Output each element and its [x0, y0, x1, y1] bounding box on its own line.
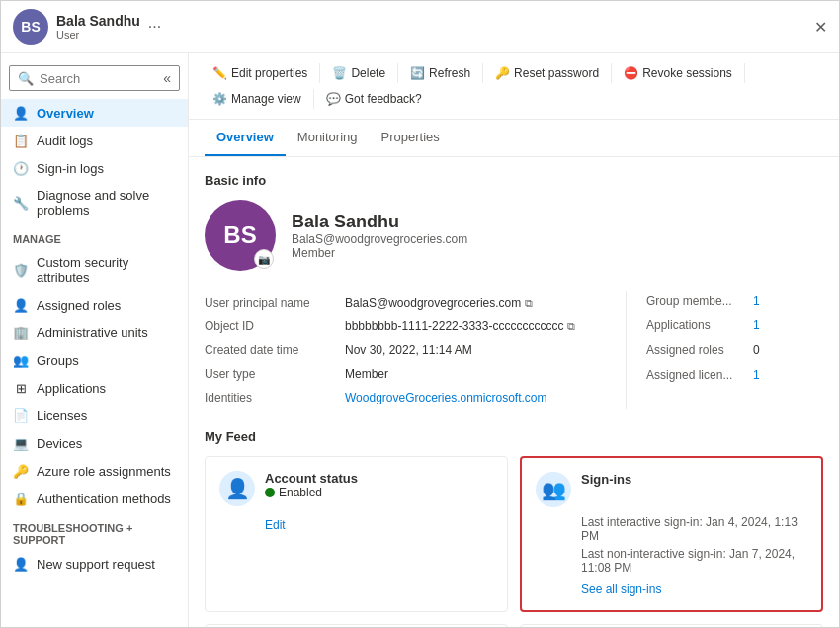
assigned-roles-icon: 👤 [13, 297, 29, 313]
assigned-licenses-stat-value[interactable]: 1 [753, 368, 760, 382]
title-avatar: BS [13, 9, 48, 45]
toolbar-divider-2 [397, 63, 398, 83]
groups-icon: 👥 [13, 352, 29, 368]
b2b-invitation-card: 👤 B2B invitation Convert to external use… [205, 624, 508, 627]
content-body: Basic info BS 📷 Bala Sandhu BalaS@woodgr… [189, 157, 839, 627]
sidebar-item-applications[interactable]: ⊞ Applications [1, 374, 188, 402]
sidebar: 🔍 « 👤 Overview 📋 Audit logs 🕐 Sign-in lo… [1, 53, 189, 627]
created-date-row: Created date time Nov 30, 2022, 11:14 AM [205, 338, 610, 362]
assigned-licenses-stat-label: Assigned licen... [646, 368, 745, 382]
collapse-button[interactable]: « [163, 70, 171, 86]
reset-password-button[interactable]: 🔑 Reset password [487, 61, 607, 85]
refresh-button[interactable]: 🔄 Refresh [402, 61, 478, 85]
identities-value[interactable]: WoodgroveGroceries.onmicrosoft.com [345, 391, 547, 404]
stat-row-assigned-licenses: Assigned licen... 1 [646, 365, 823, 385]
mfa-status-card: 👤 MFA status Capable with 5 authenticati… [520, 624, 823, 627]
feedback-button[interactable]: 💬 Got feedback? [318, 87, 430, 111]
object-id-value: bbbbbbbb-1111-2222-3333-cccccccccccc ⧉ [345, 319, 575, 333]
identities-label: Identities [205, 391, 333, 404]
sidebar-item-auth-methods[interactable]: 🔒 Authentication methods [1, 485, 188, 512]
devices-icon: 💻 [13, 435, 29, 451]
user-type-value: Member [345, 367, 388, 381]
created-date-value: Nov 30, 2022, 11:14 AM [345, 343, 472, 357]
sign-in-logs-icon: 🕐 [13, 160, 29, 176]
overview-icon: 👤 [13, 105, 29, 121]
sidebar-item-assigned-roles[interactable]: 👤 Assigned roles [1, 291, 188, 318]
toolbar: ✏️ Edit properties 🗑️ Delete 🔄 Refresh 🔑… [189, 53, 839, 120]
manage-section-label: Manage [1, 224, 188, 249]
toolbar-divider-5 [744, 63, 745, 83]
sidebar-item-azure-role[interactable]: 🔑 Azure role assignments [1, 457, 188, 485]
search-box[interactable]: 🔍 « [9, 65, 180, 91]
toolbar-divider-1 [319, 63, 320, 83]
info-fields: User principal name BalaS@woodgrovegroce… [205, 291, 610, 409]
applications-stat-label: Applications [646, 318, 745, 332]
group-members-label: Group membe... [646, 294, 745, 308]
profile-name: Bala Sandhu [292, 212, 467, 232]
user-type-row: User type Member [205, 362, 610, 386]
sidebar-item-audit-logs[interactable]: 📋 Audit logs [1, 127, 188, 154]
basic-info-label: Basic info [205, 173, 823, 188]
assigned-roles-stat-value[interactable]: 0 [753, 343, 760, 357]
search-icon: 🔍 [18, 71, 34, 86]
stat-row-assigned-roles: Assigned roles 0 [646, 340, 823, 360]
sidebar-item-custom-security[interactable]: 🛡️ Custom security attributes [1, 249, 188, 291]
delete-button[interactable]: 🗑️ Delete [324, 61, 393, 85]
upn-copy-button[interactable]: ⧉ [525, 297, 533, 310]
profile-section: BS 📷 Bala Sandhu BalaS@woodgrovegrocerie… [205, 200, 823, 271]
sidebar-item-licenses[interactable]: 📄 Licenses [1, 402, 188, 429]
object-id-row: Object ID bbbbbbbb-1111-2222-3333-cccccc… [205, 314, 610, 338]
licenses-icon: 📄 [13, 407, 29, 423]
sidebar-item-devices[interactable]: 💻 Devices [1, 429, 188, 457]
close-button[interactable]: ✕ [814, 18, 827, 37]
edit-properties-button[interactable]: ✏️ Edit properties [205, 61, 315, 85]
new-support-icon: 👤 [13, 556, 29, 572]
avatar-edit-button[interactable]: 📷 [254, 249, 274, 269]
manage-view-button[interactable]: ⚙️ Manage view [205, 87, 309, 111]
feedback-icon: 💬 [326, 92, 341, 106]
profile-email: BalaS@woodgrovegroceries.com [292, 232, 467, 246]
troubleshooting-section-label: Troubleshooting + Support [1, 512, 188, 550]
diagnose-icon: 🔧 [13, 195, 29, 211]
revoke-sessions-button[interactable]: ⛔ Revoke sessions [616, 61, 740, 85]
object-id-label: Object ID [205, 319, 333, 333]
account-status-header: 👤 Account status Enabled [219, 471, 493, 506]
account-status-title: Account status [265, 471, 358, 486]
account-status-value: Enabled [265, 486, 358, 499]
object-id-copy-button[interactable]: ⧉ [567, 320, 575, 333]
reset-password-icon: 🔑 [495, 66, 510, 80]
feed-cards: 👤 Account status Enabled Ed [205, 456, 823, 627]
sidebar-item-overview[interactable]: 👤 Overview [1, 99, 188, 127]
search-input[interactable] [40, 71, 157, 86]
enabled-dot [265, 488, 275, 497]
sign-ins-icon: 👥 [542, 478, 566, 501]
created-date-label: Created date time [205, 343, 333, 357]
azure-role-icon: 🔑 [13, 463, 29, 479]
sidebar-item-diagnose[interactable]: 🔧 Diagnose and solve problems [1, 182, 188, 224]
applications-stat-value[interactable]: 1 [753, 318, 760, 332]
applications-icon: ⊞ [13, 380, 29, 396]
sidebar-item-sign-in-logs[interactable]: 🕐 Sign-in logs [1, 154, 188, 182]
account-status-edit-link[interactable]: Edit [265, 518, 286, 532]
profile-info: Bala Sandhu BalaS@woodgrovegroceries.com… [292, 212, 467, 260]
upn-value: BalaS@woodgrovegroceries.com ⧉ [345, 296, 533, 310]
stats-panel: Group membe... 1 Applications 1 Assigned… [626, 291, 823, 409]
stat-row-group-members: Group membe... 1 [646, 291, 823, 311]
more-options-button[interactable]: ··· [148, 18, 161, 36]
manage-view-icon: ⚙️ [212, 92, 227, 106]
see-all-sign-ins-link[interactable]: See all sign-ins [581, 583, 661, 596]
toolbar-divider-3 [482, 63, 483, 83]
sidebar-item-new-support[interactable]: 👤 New support request [1, 550, 188, 578]
tab-overview[interactable]: Overview [205, 120, 286, 156]
sign-ins-non-interactive: Last non-interactive sign-in: Jan 7, 202… [581, 547, 807, 575]
title-role: User [56, 29, 140, 41]
assigned-roles-stat-label: Assigned roles [646, 343, 745, 357]
account-status-card: 👤 Account status Enabled Ed [205, 456, 508, 612]
account-status-body: Edit [219, 514, 493, 532]
tab-properties[interactable]: Properties [370, 120, 452, 156]
tab-monitoring[interactable]: Monitoring [286, 120, 370, 156]
sidebar-item-groups[interactable]: 👥 Groups [1, 346, 188, 374]
group-members-value[interactable]: 1 [753, 294, 760, 308]
sidebar-item-admin-units[interactable]: 🏢 Administrative units [1, 318, 188, 346]
toolbar-divider-6 [313, 89, 314, 109]
